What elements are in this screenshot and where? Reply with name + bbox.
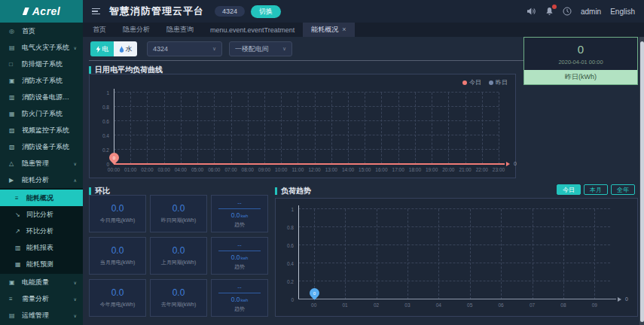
sidebar-item-icon: □ bbox=[9, 61, 18, 68]
sidebar-subitem-label: 能耗预测 bbox=[26, 260, 53, 269]
language-switch[interactable]: English bbox=[610, 8, 635, 16]
sidebar-item-icon: ▧ bbox=[9, 144, 18, 150]
sidebar-item[interactable]: ▤ 电气火灾子系统 ∨ bbox=[0, 39, 83, 56]
ring-label: 上月同期(kWh) bbox=[161, 259, 197, 266]
sidebar-item-label: 电气火灾子系统 bbox=[22, 43, 72, 53]
app-root: Acrel ◎ 首页 ▤ 电气火灾子系统 ∨ □ 防排烟子系统 bbox=[0, 0, 644, 325]
ring-card: 0.0 今年用电(kWh) bbox=[89, 279, 146, 317]
ring-value: 0.0 bbox=[172, 287, 185, 298]
ring-value: 0.0 bbox=[111, 203, 124, 214]
title-marker bbox=[89, 66, 91, 74]
sidebar-item-label: 能耗分析 bbox=[22, 175, 72, 185]
chevron-icon: ∨ bbox=[74, 296, 77, 302]
sidebar-subitem[interactable]: ≡ 能耗概况 bbox=[0, 190, 83, 206]
load-trend-title: 负荷趋势 bbox=[275, 186, 311, 196]
tab[interactable]: menu.event.eventTreatment × bbox=[202, 23, 303, 37]
legend-item[interactable]: 昨日 bbox=[489, 78, 508, 87]
sidebar-item[interactable]: ▣ 电能质量 ∨ bbox=[0, 274, 83, 290]
sidebar-item[interactable]: ▶ 能耗分析 ∧ bbox=[0, 172, 83, 188]
tab-label: 首页 bbox=[93, 25, 106, 35]
ring-label: 去年同期(kWh) bbox=[161, 301, 197, 308]
scrollbar[interactable] bbox=[639, 37, 644, 325]
sidebar-item[interactable]: ▦ 防火门子系统 bbox=[0, 105, 83, 122]
sidebar-item[interactable]: ◎ 首页 bbox=[0, 23, 83, 39]
sidebar-item[interactable]: ▣ 消防水子系统 bbox=[0, 72, 83, 89]
peak-card: 0 2020-04-01 00:00 昨日(kWh) bbox=[523, 37, 638, 85]
notification-badge bbox=[552, 5, 557, 9]
tab[interactable]: 隐患查询 × bbox=[158, 23, 202, 37]
water-toggle-button[interactable]: 水 bbox=[114, 41, 137, 56]
sidebar-item[interactable]: ▤ 运维管理 ∨ bbox=[0, 307, 83, 323]
trend-range-button[interactable]: 今日 bbox=[557, 184, 581, 195]
sidebar-subitem[interactable]: ▥ 能耗报表 bbox=[0, 239, 83, 256]
axis-arrow-icon bbox=[618, 297, 621, 302]
sidebar-item-label: 防火门子系统 bbox=[22, 109, 75, 119]
load-curve-plot: 0 0 00.20.40.60.8100:0001:0002:0003:0004… bbox=[114, 93, 499, 164]
sidebar-item[interactable]: ▨ 视频监控子系统 bbox=[0, 122, 83, 138]
ring-label: 当月用电(kWh) bbox=[100, 259, 136, 266]
ring-value: 0.0 bbox=[172, 203, 185, 214]
sidebar-item-icon: ≡ bbox=[9, 296, 18, 302]
page-title: 智慧消防管理云平台 bbox=[109, 5, 204, 18]
station-select-value: 4324 bbox=[153, 45, 208, 53]
speaker-icon[interactable] bbox=[526, 7, 536, 16]
sidebar-item-label: 消防设备电源子系统 bbox=[22, 93, 75, 102]
room-select[interactable]: 一楼配电间 ∨ bbox=[229, 41, 292, 56]
sidebar-item[interactable]: □ 防排烟子系统 bbox=[0, 56, 83, 72]
sidebar-submenu: ≡ 能耗概况 ↘ 同比分析 ↗ 环比分析 ▥ 能耗报表 bbox=[0, 188, 83, 274]
y-axis-line bbox=[298, 205, 299, 299]
tab[interactable]: 首页 × bbox=[84, 23, 114, 37]
sidebar-item-label: 消防水子系统 bbox=[22, 76, 75, 86]
scrollbar-thumb[interactable] bbox=[640, 41, 644, 322]
title-marker bbox=[275, 187, 277, 195]
clock-icon[interactable] bbox=[563, 7, 572, 16]
sidebar-item-icon: ▨ bbox=[9, 127, 18, 134]
tab[interactable]: 隐患分析 × bbox=[114, 23, 158, 37]
trend-label: 趋势 bbox=[234, 221, 245, 229]
sidebar-item[interactable]: ▧ 消防设备子系统 bbox=[0, 138, 83, 155]
tab-close-icon[interactable]: × bbox=[342, 26, 346, 33]
sidebar-item[interactable]: ▥ 消防设备电源子系统 bbox=[0, 89, 83, 105]
sidebar-item-icon: ▦ bbox=[9, 111, 18, 117]
bell-icon[interactable] bbox=[545, 7, 554, 16]
sidebar-item[interactable]: △ 隐患管理 ∨ bbox=[0, 155, 83, 172]
switch-button[interactable]: 切换 bbox=[251, 5, 281, 18]
water-toggle-label: 水 bbox=[126, 44, 133, 54]
trend-unit: kwh bbox=[241, 256, 249, 260]
electric-toggle-button[interactable]: 电 bbox=[90, 41, 114, 56]
ring-card: 0.0 昨日同期(kWh) bbox=[150, 195, 207, 232]
ring-label: 今年用电(kWh) bbox=[100, 301, 136, 308]
room-select-value: 一楼配电间 bbox=[235, 44, 278, 54]
data-point-marker[interactable]: 0 bbox=[107, 150, 121, 164]
sidebar-menu-lower: ▣ 电能质量 ∨ ≡ 需量分析 ∨ ▤ 运维管理 ∨ □ bbox=[0, 274, 83, 325]
sidebar-item-icon: ▥ bbox=[9, 94, 18, 101]
sidebar-subitem[interactable]: ↘ 同比分析 bbox=[0, 206, 83, 223]
electric-toggle-label: 电 bbox=[102, 44, 109, 54]
chart-legend: 今日 昨日 bbox=[462, 78, 508, 87]
chevron-icon: ∧ bbox=[74, 178, 77, 183]
tab[interactable]: 能耗概况 × bbox=[303, 23, 354, 37]
sidebar-item-icon: △ bbox=[9, 160, 18, 167]
sidebar-item[interactable]: ≡ 需量分析 ∨ bbox=[0, 290, 83, 307]
sidebar-subitem[interactable]: ▦ 能耗预测 bbox=[0, 256, 83, 272]
ring-grid: 0.0 今日用电(kWh) 0.0 昨日同期(kWh) -- 0.0kwh 趋势 bbox=[89, 195, 268, 317]
sidebar-subitem-label: 能耗概况 bbox=[26, 193, 53, 203]
sidebar-subitem-label: 同比分析 bbox=[26, 210, 53, 220]
sidebar-item-label: 防排烟子系统 bbox=[22, 59, 75, 69]
trend-range-button[interactable]: 全年 bbox=[611, 184, 635, 195]
legend-dot-icon bbox=[462, 80, 467, 85]
chevron-icon: ∨ bbox=[74, 313, 77, 318]
divider bbox=[218, 208, 261, 209]
collapse-menu-icon[interactable] bbox=[92, 8, 100, 15]
ring-trend-card: -- 0.0kwh 趋势 bbox=[211, 237, 268, 275]
legend-item[interactable]: 今日 bbox=[462, 78, 481, 87]
tab-label: 隐患查询 bbox=[166, 25, 194, 35]
sidebar-subitem-icon: ↘ bbox=[15, 211, 23, 218]
sidebar-item-label: 电能质量 bbox=[22, 278, 72, 287]
user-menu[interactable]: admin bbox=[581, 8, 601, 16]
trend-range-button[interactable]: 本月 bbox=[584, 184, 608, 195]
ring-card: 0.0 当月用电(kWh) bbox=[89, 237, 146, 275]
station-select[interactable]: 4324 ∨ bbox=[147, 41, 222, 56]
sidebar-subitem[interactable]: ↗ 环比分析 bbox=[0, 223, 83, 239]
data-point-marker[interactable]: 0 bbox=[307, 286, 321, 299]
